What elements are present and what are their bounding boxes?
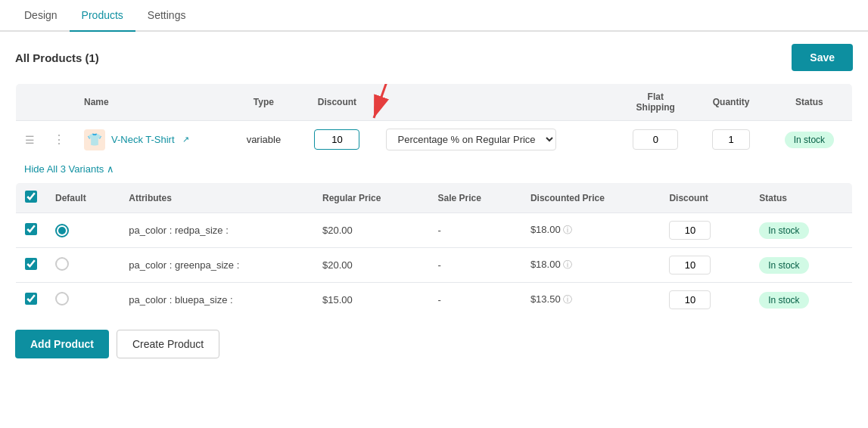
variant-attributes-cell: pa_color : greenpa_size : <box>120 248 313 283</box>
shirt-icon: 👕 <box>87 132 102 147</box>
variants-col-discounted-price: Discounted Price <box>521 183 661 213</box>
col-actions <box>44 84 75 121</box>
variant-checkbox[interactable] <box>25 258 37 270</box>
flat-shipping-input[interactable] <box>633 129 678 150</box>
variant-checkbox-cell <box>16 248 47 283</box>
more-options-icon[interactable]: ⋮ <box>53 133 66 146</box>
info-icon: ⓘ <box>563 225 572 235</box>
product-flat-shipping-cell <box>615 121 695 159</box>
variants-col-attributes: Attributes <box>120 183 313 213</box>
variants-header-row: Default Attributes Regular Price Sale Pr… <box>16 183 853 213</box>
variant-row: pa_color : redpa_size :$20.00-$18.00 ⓘIn… <box>16 213 853 248</box>
variants-select-all-checkbox[interactable] <box>25 191 37 203</box>
variant-regular-price-cell: $20.00 <box>313 248 428 283</box>
product-discount-cell <box>297 121 377 159</box>
col-status-header: Status <box>767 84 853 121</box>
col-quantity-header: Quantity <box>695 84 767 121</box>
product-status-badge: In stock <box>785 132 834 148</box>
radio-empty-icon[interactable] <box>55 257 69 271</box>
more-actions-cell[interactable]: ⋮ <box>44 121 75 159</box>
page-header: All Products (1) Save <box>15 44 853 71</box>
tab-settings[interactable]: Settings <box>135 0 198 32</box>
variant-checkbox-cell <box>16 213 47 248</box>
variant-checkbox[interactable] <box>25 223 37 235</box>
add-product-button[interactable]: Add Product <box>15 330 109 358</box>
product-type-cell: variable <box>230 121 297 159</box>
variant-discount-cell <box>660 248 750 283</box>
variant-default-cell <box>46 213 120 248</box>
variant-default-cell <box>46 283 120 318</box>
variant-checkbox[interactable] <box>25 293 37 305</box>
product-discount-type-cell: Percentage % on Regular Price Fixed Amou… <box>377 121 615 159</box>
discount-value-input[interactable] <box>314 129 359 150</box>
variant-discount-input[interactable] <box>669 256 711 274</box>
tab-products[interactable]: Products <box>70 0 135 32</box>
variant-checkbox-cell <box>16 283 47 318</box>
variant-regular-price-cell: $20.00 <box>313 213 428 248</box>
variant-discount-cell <box>660 283 750 318</box>
chevron-up-icon: ∧ <box>107 163 114 175</box>
col-discount-type-header <box>377 84 615 121</box>
product-name-cell: 👕 V-Neck T-Shirt ↗ <box>75 121 230 159</box>
product-row: ☰ ⋮ 👕 V-Neck T-Shirt ↗ variable <box>16 121 853 159</box>
radio-selected-icon[interactable] <box>55 224 69 237</box>
variant-discounted-price-cell: $13.50 ⓘ <box>521 283 661 318</box>
variant-default-cell <box>46 248 120 283</box>
footer-actions: Add Product Create Product <box>15 318 853 358</box>
variant-sale-price-cell: - <box>428 283 521 318</box>
variant-row: pa_color : bluepa_size :$15.00-$13.50 ⓘI… <box>16 283 853 318</box>
variant-status-badge: In stock <box>759 222 808 239</box>
col-drag <box>16 84 45 121</box>
variant-row: pa_color : greenpa_size :$20.00-$18.00 ⓘ… <box>16 248 853 283</box>
variant-status-cell: In stock <box>750 213 852 248</box>
variants-table: Default Attributes Regular Price Sale Pr… <box>15 182 853 318</box>
variant-discounted-price-cell: $18.00 ⓘ <box>521 213 661 248</box>
drag-handle-cell[interactable]: ☰ <box>16 121 45 159</box>
variant-status-cell: In stock <box>750 283 852 318</box>
tab-bar: Design Products Settings <box>0 0 868 32</box>
variant-sale-price-cell: - <box>428 213 521 248</box>
variants-col-default: Default <box>46 183 120 213</box>
quantity-input[interactable] <box>712 129 750 150</box>
variant-discount-input[interactable] <box>669 290 711 309</box>
product-quantity-cell <box>695 121 767 159</box>
external-link-icon[interactable]: ↗ <box>182 135 189 144</box>
product-status-cell: In stock <box>767 121 853 159</box>
variants-col-sale-price: Sale Price <box>428 183 521 213</box>
col-type-header: Type <box>230 84 297 121</box>
variant-regular-price-cell: $15.00 <box>313 283 428 318</box>
variant-discounted-price-cell: $18.00 ⓘ <box>521 248 661 283</box>
variant-status-badge: In stock <box>759 257 808 274</box>
variants-col-check <box>16 183 47 213</box>
info-icon: ⓘ <box>563 259 572 270</box>
create-product-button[interactable]: Create Product <box>117 330 219 358</box>
hide-variants-toggle[interactable]: Hide All 3 Variants ∧ <box>15 159 123 179</box>
radio-empty-icon[interactable] <box>55 292 69 305</box>
variants-table-body: pa_color : redpa_size :$20.00-$18.00 ⓘIn… <box>16 213 853 318</box>
products-table-header: Name Type Discount FlatShipping Quantity… <box>16 84 853 121</box>
hide-variants-label: Hide All 3 Variants <box>24 163 104 175</box>
variant-status-cell: In stock <box>750 248 852 283</box>
variants-col-discount: Discount <box>660 183 750 213</box>
info-icon: ⓘ <box>563 294 572 305</box>
variant-attributes-cell: pa_color : bluepa_size : <box>120 283 313 318</box>
col-discount-header: Discount <box>297 84 377 121</box>
variant-discount-input[interactable] <box>669 221 711 240</box>
product-name-link[interactable]: V-Neck T-Shirt <box>111 134 175 145</box>
variants-col-status: Status <box>750 183 852 213</box>
variants-col-regular-price: Regular Price <box>313 183 428 213</box>
variant-sale-price-cell: - <box>428 248 521 283</box>
tab-design[interactable]: Design <box>12 0 70 32</box>
drag-handle-icon[interactable]: ☰ <box>25 134 35 146</box>
products-table: Name Type Discount FlatShipping Quantity… <box>15 83 853 159</box>
variant-discount-cell <box>660 213 750 248</box>
discount-type-select[interactable]: Percentage % on Regular Price Fixed Amou… <box>386 129 556 150</box>
product-icon: 👕 <box>84 129 105 150</box>
variant-status-badge: In stock <box>759 292 808 309</box>
col-name-header: Name <box>75 84 230 121</box>
main-content: All Products (1) Save Name Type Discount… <box>0 32 868 371</box>
page-title: All Products (1) <box>15 51 99 64</box>
col-flat-shipping-header: FlatShipping <box>615 84 695 121</box>
save-button[interactable]: Save <box>792 44 853 71</box>
variant-attributes-cell: pa_color : redpa_size : <box>120 213 313 248</box>
